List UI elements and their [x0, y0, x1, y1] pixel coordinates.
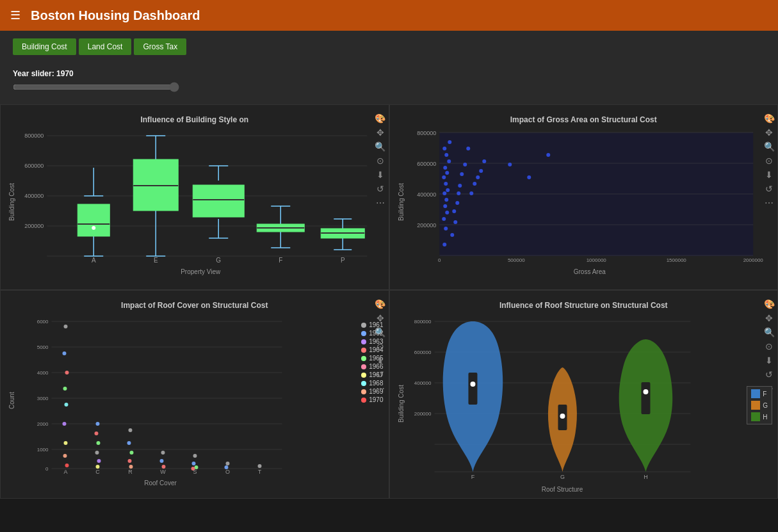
chart-roof-cover-y-label: Count [6, 315, 18, 487]
violin-svg: 800000 600000 400000 200000 [407, 315, 718, 481]
svg-point-88 [479, 169, 483, 173]
svg-text:600000: 600000 [417, 161, 436, 167]
tab-land-cost[interactable]: Land Cost [79, 38, 132, 55]
svg-point-66 [442, 191, 446, 195]
svg-text:G: G [216, 257, 221, 264]
svg-point-65 [444, 198, 448, 202]
svg-point-127 [161, 451, 165, 455]
stripplot-svg: 6000 5000 4000 3000 2000 1000 0 [18, 315, 303, 475]
download-icon-bl[interactable]: ⬇ [375, 355, 386, 366]
svg-point-134 [225, 462, 229, 465]
chart-roof-structure-inner: 800000 600000 400000 200000 [407, 315, 773, 493]
svg-text:500000: 500000 [507, 257, 524, 263]
svg-point-89 [482, 159, 486, 163]
svg-text:0: 0 [438, 257, 441, 263]
svg-point-83 [463, 163, 467, 166]
color-wheel-icon-bl[interactable]: 🎨 [375, 298, 386, 310]
svg-point-84 [466, 147, 470, 150]
svg-point-109 [65, 371, 69, 375]
tab-gross-tax[interactable]: Gross Tax [134, 38, 186, 55]
svg-text:2000: 2000 [37, 421, 49, 427]
svg-point-155 [470, 382, 475, 387]
charts-row-1: Influence of Building Style on 🎨 ✥ 🔍 ⊙ ⬇… [0, 104, 778, 290]
svg-text:400000: 400000 [414, 380, 431, 386]
year-label: Year slider: 1970 [13, 69, 765, 78]
svg-point-70 [445, 171, 449, 175]
chart-roof-structure-y-label: Building Cost [395, 315, 407, 493]
svg-text:3000: 3000 [37, 396, 49, 401]
svg-text:600000: 600000 [24, 163, 44, 169]
svg-point-120 [97, 459, 101, 463]
svg-text:800000: 800000 [24, 133, 44, 139]
svg-text:400000: 400000 [417, 191, 436, 198]
chart-building-style-container: Building Cost 800000 600000 400000 20000… [6, 129, 384, 275]
svg-point-80 [457, 191, 460, 195]
svg-text:E: E [154, 257, 158, 264]
legend-1970: 1970 [369, 396, 383, 403]
move-icon-bl[interactable]: ✥ [375, 312, 386, 324]
svg-point-125 [127, 459, 131, 463]
reset-icon-bl[interactable]: ↺ [375, 369, 386, 380]
svg-text:R: R [128, 469, 133, 475]
chart-roof-cover-title: Impact of Roof Cover on Structural Cost [6, 301, 384, 310]
svg-point-115 [65, 463, 69, 467]
svg-point-131 [191, 462, 195, 465]
svg-point-91 [527, 175, 531, 179]
chart-roof-cover-container: Count 6000 5000 4000 3000 2000 [6, 315, 384, 487]
year-section: Year slider: 1970 [0, 63, 778, 104]
lens-icon-bl[interactable]: ⊙ [375, 341, 386, 352]
chart-building-style-inner: 800000 600000 400000 200000 [18, 129, 384, 275]
svg-point-112 [62, 422, 66, 426]
chart-roof-structure-container: Building Cost 800000 600000 400000 20000… [395, 315, 773, 493]
svg-point-110 [63, 387, 67, 391]
svg-text:C: C [95, 469, 100, 475]
tab-building-cost[interactable]: Building Cost [13, 38, 76, 55]
menu-icon[interactable]: ☰ [10, 8, 20, 22]
chart-roof-structure-title: Influence of Roof Structure on Structura… [395, 301, 773, 310]
zoom-icon-bl[interactable]: 🔍 [375, 326, 386, 338]
chart-gross-area: Impact of Gross Area on Structural Cost … [389, 104, 779, 290]
svg-text:A: A [63, 469, 67, 475]
svg-text:400000: 400000 [24, 193, 44, 199]
chart-gross-area-inner: 800000 600000 400000 200000 0 500000 100… [407, 129, 773, 275]
svg-point-107 [63, 325, 67, 328]
svg-text:1000: 1000 [37, 447, 49, 453]
chart-toolbar-bottom-left: 🎨 ✥ 🔍 ⊙ ⬇ ↺ ⋯ [375, 298, 386, 394]
more-icon-bl[interactable]: ⋯ [375, 383, 386, 394]
svg-point-119 [95, 451, 99, 455]
chart-roof-structure-x-label: Roof Structure [407, 486, 718, 493]
svg-text:2000000: 2000000 [743, 257, 763, 263]
svg-point-123 [127, 441, 131, 445]
svg-point-73 [444, 153, 448, 157]
svg-text:200000: 200000 [417, 222, 436, 229]
charts-row-2: Impact of Roof Cover on Structural Cost … [0, 290, 778, 499]
svg-rect-13 [77, 204, 109, 236]
svg-point-128 [159, 459, 163, 463]
chart-building-style-y-label: Building Cost [6, 129, 18, 275]
svg-text:200000: 200000 [24, 223, 44, 229]
svg-text:F: F [471, 474, 474, 480]
year-slider-input[interactable] [13, 82, 179, 92]
color-wheel-icon-tr[interactable]: 🎨 [763, 113, 775, 124]
svg-point-68 [444, 182, 448, 186]
svg-point-113 [63, 441, 67, 445]
color-wheel-icon[interactable]: 🎨 [375, 113, 386, 124]
svg-text:1000000: 1000000 [586, 257, 606, 263]
svg-point-124 [129, 451, 133, 455]
color-wheel-icon-br[interactable]: 🎨 [763, 298, 775, 310]
tabs-bar: Building Cost Land Cost Gross Tax [0, 31, 778, 63]
svg-text:0: 0 [45, 466, 49, 472]
svg-point-92 [546, 153, 550, 157]
violin-legend-G: G [763, 402, 768, 409]
svg-point-74 [442, 147, 446, 150]
svg-point-81 [458, 184, 462, 188]
violin-legend-H: H [763, 414, 767, 421]
svg-text:F: F [279, 257, 282, 264]
svg-point-67 [446, 188, 450, 192]
svg-point-71 [443, 166, 447, 170]
svg-text:4000: 4000 [37, 370, 49, 376]
svg-point-63 [445, 211, 449, 214]
svg-rect-45 [439, 133, 753, 256]
svg-text:S: S [193, 469, 197, 475]
svg-rect-26 [193, 185, 244, 217]
